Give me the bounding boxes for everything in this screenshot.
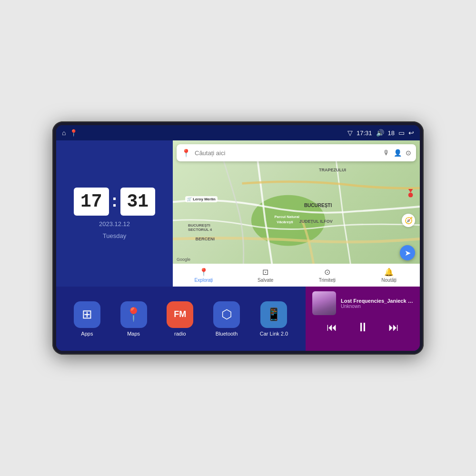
- next-button[interactable]: ⏭: [388, 321, 399, 334]
- clock-hours: 17: [74, 188, 109, 216]
- bt-icon-wrapper: ⬡: [213, 301, 240, 328]
- map-label-leroy: 🛒 Leroy Merlin: [185, 196, 218, 202]
- maps-label: Maps: [127, 331, 140, 337]
- map-nav-news-label: Noutăți: [381, 278, 397, 283]
- map-nav-send-label: Trimiteți: [319, 278, 336, 283]
- google-watermark: Google: [177, 257, 190, 262]
- clock-colon: :: [112, 191, 118, 211]
- top-row: 17 : 31 2023.12.12 Tuesday Parcul N: [56, 140, 420, 287]
- map-label-ilfov: JUDEȚUL ILFOV: [297, 218, 336, 225]
- svg-text:Parcul Natural: Parcul Natural: [274, 215, 299, 219]
- music-artist: Unknown: [341, 304, 413, 309]
- main-content: 17 : 31 2023.12.12 Tuesday Parcul N: [56, 140, 420, 351]
- music-player: Lost Frequencies_Janieck Devy-... Unknow…: [306, 287, 420, 351]
- status-bar-left: ⌂ 📍: [62, 129, 78, 137]
- battery-level: 18: [388, 129, 395, 137]
- user-icon[interactable]: 👤: [394, 149, 402, 157]
- maps-icon-wrapper: 📍: [120, 301, 147, 328]
- app-item-maps[interactable]: 📍 Maps: [120, 301, 147, 337]
- radio-label: radio: [174, 331, 186, 337]
- map-label-bucuresti: BUCUREȘTI: [301, 202, 335, 209]
- music-controls: ⏮ ⏸ ⏭: [312, 318, 413, 337]
- map-compass[interactable]: 🧭: [402, 214, 415, 227]
- mic-icon[interactable]: 🎙: [383, 149, 390, 157]
- saved-icon: ⊡: [262, 268, 268, 277]
- map-search-icons: 🎙 👤 ⊙: [383, 149, 411, 157]
- app-item-bluetooth[interactable]: ⬡ Bluetooth: [213, 301, 240, 337]
- map-pin-icon: 📍: [181, 149, 191, 158]
- device-screen: ⌂ 📍 ▽ 17:31 🔊 18 ▭ ↩ 17 :: [56, 125, 420, 351]
- maps-icon: 📍: [125, 307, 142, 322]
- radio-icon: FM: [174, 309, 186, 319]
- svg-marker-4: [408, 189, 413, 193]
- map-label-berceni: BERCENI: [193, 236, 218, 242]
- status-bar: ⌂ 📍 ▽ 17:31 🔊 18 ▭ ↩: [56, 125, 420, 140]
- album-art: [312, 291, 336, 315]
- home-icon[interactable]: ⌂: [62, 129, 66, 137]
- app-item-apps[interactable]: ⊞ Apps: [74, 301, 100, 337]
- carlink-label: Car Link 2.0: [260, 331, 288, 337]
- map-widget[interactable]: Parcul Natural Văcărești: [173, 140, 420, 287]
- music-top: Lost Frequencies_Janieck Devy-... Unknow…: [312, 291, 413, 315]
- play-pause-button[interactable]: ⏸: [357, 320, 369, 335]
- album-art-inner: [312, 291, 336, 315]
- layers-icon[interactable]: ⊙: [406, 149, 411, 157]
- map-nav-explore[interactable]: 📍 Explorați: [173, 266, 235, 285]
- back-icon[interactable]: ↩: [408, 129, 414, 137]
- bluetooth-label: Bluetooth: [216, 331, 238, 337]
- status-bar-right: ▽ 17:31 🔊 18 ▭ ↩: [347, 129, 414, 137]
- battery-icon: ▭: [398, 129, 405, 137]
- send-icon: ⊙: [324, 268, 330, 277]
- signal-icon: ▽: [347, 129, 353, 137]
- apps-row: ⊞ Apps 📍 Maps FM radio: [56, 287, 306, 351]
- bottom-row: ⊞ Apps 📍 Maps FM radio: [56, 287, 420, 351]
- maps-status-icon[interactable]: 📍: [69, 129, 78, 137]
- radio-icon-wrapper: FM: [167, 301, 193, 328]
- map-nav-explore-label: Explorați: [194, 278, 213, 283]
- map-label-sectorul4: BUCUREȘTISECTORUL 4: [185, 222, 215, 233]
- car-headunit-device: ⌂ 📍 ▽ 17:31 🔊 18 ▭ ↩ 17 :: [52, 121, 424, 355]
- svg-point-3: [408, 193, 413, 198]
- clock-minutes: 31: [120, 188, 156, 216]
- clock-widget: 17 : 31 2023.12.12 Tuesday: [56, 140, 173, 287]
- volume-icon[interactable]: 🔊: [376, 129, 384, 137]
- map-navigate-button[interactable]: ➤: [400, 245, 415, 260]
- clock-display: 17 : 31: [74, 188, 155, 216]
- carlink-icon: 📱: [266, 307, 281, 322]
- svg-text:Văcărești: Văcărești: [277, 220, 293, 224]
- apps-icon-wrapper: ⊞: [74, 301, 100, 328]
- prev-button[interactable]: ⏮: [327, 321, 337, 334]
- music-info: Lost Frequencies_Janieck Devy-... Unknow…: [341, 298, 413, 309]
- map-bottom-nav: 📍 Explorați ⊡ Salvate ⊙ Trimiteți 🔔: [173, 264, 420, 287]
- music-title: Lost Frequencies_Janieck Devy-...: [341, 298, 413, 304]
- time-display: 17:31: [357, 129, 372, 137]
- map-label-trapezului: TRAPEZULUI: [316, 167, 349, 173]
- app-item-carlink[interactable]: 📱 Car Link 2.0: [260, 301, 288, 337]
- app-item-radio[interactable]: FM radio: [167, 301, 193, 337]
- map-search-bar[interactable]: 📍 Căutați aici 🎙 👤 ⊙: [177, 144, 416, 161]
- carlink-icon-wrapper: 📱: [260, 301, 287, 328]
- map-nav-news[interactable]: 🔔 Noutăți: [358, 266, 420, 285]
- apps-icon: ⊞: [82, 307, 92, 322]
- map-nav-send[interactable]: ⊙ Trimiteți: [297, 266, 358, 285]
- apps-label: Apps: [81, 331, 93, 337]
- news-icon: 🔔: [384, 268, 394, 277]
- map-nav-saved-label: Salvate: [258, 278, 273, 283]
- explore-icon: 📍: [199, 268, 208, 277]
- bluetooth-icon: ⬡: [221, 307, 232, 322]
- clock-date: 2023.12.12: [99, 220, 130, 228]
- map-nav-saved[interactable]: ⊡ Salvate: [235, 266, 297, 285]
- map-search-text[interactable]: Căutați aici: [195, 149, 379, 157]
- clock-day: Tuesday: [103, 232, 126, 239]
